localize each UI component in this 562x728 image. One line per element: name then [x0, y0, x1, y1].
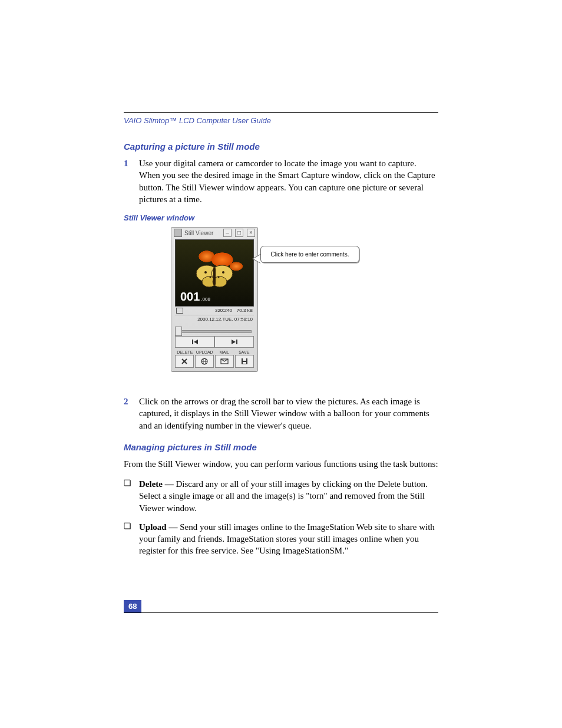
figure-still-viewer: Still Viewer – □ ×: [171, 227, 438, 385]
list-item: ❏ Upload — Send your still images online…: [124, 521, 438, 557]
slider-thumb[interactable]: [175, 327, 182, 336]
app-icon: [174, 229, 182, 237]
skip-next-icon: [231, 339, 238, 345]
step-2: 2 Click on the arrows or drag the scroll…: [124, 396, 438, 431]
svg-marker-11: [232, 340, 236, 344]
delete-button[interactable]: [175, 355, 194, 368]
globe-icon: [201, 358, 208, 365]
titlebar: Still Viewer – □ ×: [171, 228, 257, 238]
action-labels: DELETE UPLOAD MAIL SAVE: [175, 350, 254, 354]
save-button[interactable]: [235, 355, 254, 368]
butterfly-icon: [194, 262, 235, 291]
next-button[interactable]: [214, 336, 254, 348]
step-1: 1 Use your digital camera or camcorder t…: [124, 157, 438, 205]
svg-rect-20: [243, 358, 246, 361]
floppy-icon: [241, 358, 248, 365]
svg-rect-12: [236, 340, 237, 344]
skip-prev-icon: [191, 339, 199, 345]
section-intro: From the Still Viewer window, you can pe…: [124, 458, 438, 470]
step-number: 1: [124, 157, 139, 205]
svg-rect-21: [243, 362, 246, 364]
figure-caption: Still Viewer window: [124, 213, 438, 222]
bullet-icon: ❏: [124, 478, 139, 514]
svg-point-6: [222, 271, 224, 274]
step-number: 2: [124, 396, 139, 431]
svg-point-7: [210, 276, 211, 278]
svg-point-5: [204, 271, 207, 274]
envelope-icon: [220, 358, 229, 364]
mail-button[interactable]: [215, 355, 234, 368]
scroll-slider[interactable]: [175, 327, 254, 335]
bullet-icon: ❏: [124, 521, 139, 557]
running-head: VAIO Slimtop™ LCD Computer User Guide: [124, 116, 438, 125]
svg-point-8: [218, 276, 220, 278]
list-item: ❏ Delete — Discard any or all of your st…: [124, 478, 438, 514]
comment-callout: Click here to enter comments.: [260, 246, 359, 263]
photo-preview: 001.008: [175, 239, 254, 307]
section-heading-capturing: Capturing a picture in Still mode: [124, 141, 438, 151]
window-title: Still Viewer: [184, 230, 220, 236]
svg-marker-10: [194, 340, 198, 344]
step-text: Use your digital camera or camcorder to …: [139, 157, 438, 205]
upload-button[interactable]: [195, 355, 214, 368]
x-icon: [181, 358, 188, 365]
still-viewer-window: Still Viewer – □ ×: [171, 227, 258, 372]
top-rule: [124, 112, 438, 113]
image-metadata: 320:24070.3 kB 2000.12.12.TUE. 07:58:10: [175, 307, 254, 323]
prev-button[interactable]: [175, 336, 214, 348]
maximize-button[interactable]: □: [235, 229, 243, 237]
minimize-button[interactable]: –: [223, 229, 232, 237]
thumbnail-icon: [176, 308, 183, 314]
page-number: 68: [124, 600, 141, 612]
callout-text: Click here to enter comments.: [260, 246, 359, 263]
svg-rect-4: [213, 268, 216, 285]
section-heading-managing: Managing pictures in Still mode: [124, 442, 438, 452]
page-footer: 68: [124, 600, 438, 613]
step-text: Click on the arrows or drag the scroll b…: [139, 396, 438, 431]
close-button[interactable]: ×: [247, 229, 255, 237]
svg-rect-9: [192, 340, 193, 344]
image-number: 001.008: [180, 290, 210, 304]
